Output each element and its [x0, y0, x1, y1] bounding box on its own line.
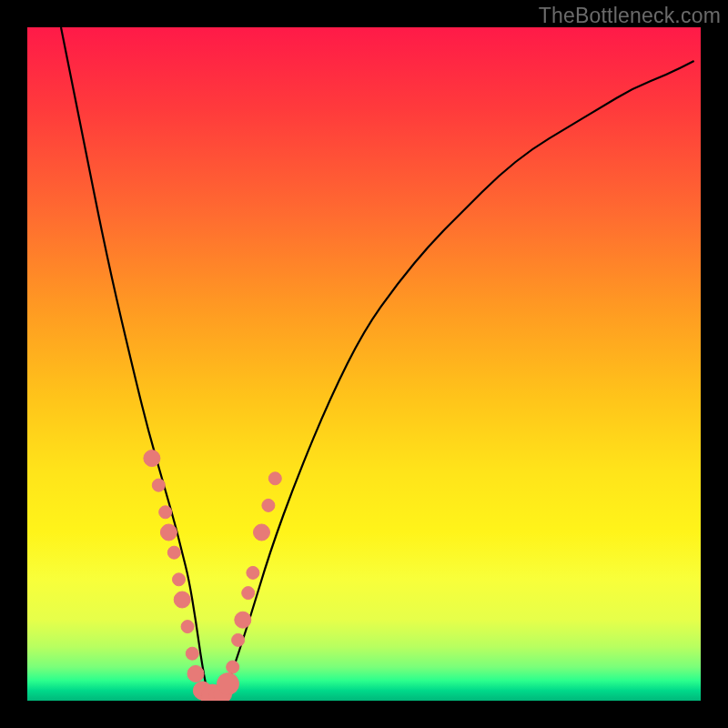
watermark-text: TheBottleneck.com — [539, 4, 721, 28]
marker-dot — [173, 573, 186, 586]
marker-dot — [235, 612, 251, 628]
marker-dot — [160, 524, 177, 541]
chart-svg — [27, 27, 701, 701]
marker-dots — [144, 450, 281, 701]
marker-dot — [144, 450, 160, 467]
marker-dot — [186, 647, 198, 660]
marker-dot — [217, 673, 239, 695]
marker-dot — [262, 499, 275, 511]
marker-dot — [181, 621, 194, 633]
marker-dot — [167, 546, 180, 559]
marker-dot — [254, 524, 270, 541]
marker-dot — [152, 479, 165, 491]
marker-dot — [242, 587, 255, 600]
marker-dot — [268, 472, 281, 485]
marker-dot — [227, 661, 239, 673]
marker-dot — [159, 506, 172, 519]
marker-dot — [232, 633, 245, 646]
marker-dot — [174, 592, 190, 608]
marker-dot — [247, 566, 259, 579]
chart-frame — [27, 27, 701, 701]
bottleneck-curve — [61, 27, 694, 701]
marker-dot — [187, 665, 204, 682]
